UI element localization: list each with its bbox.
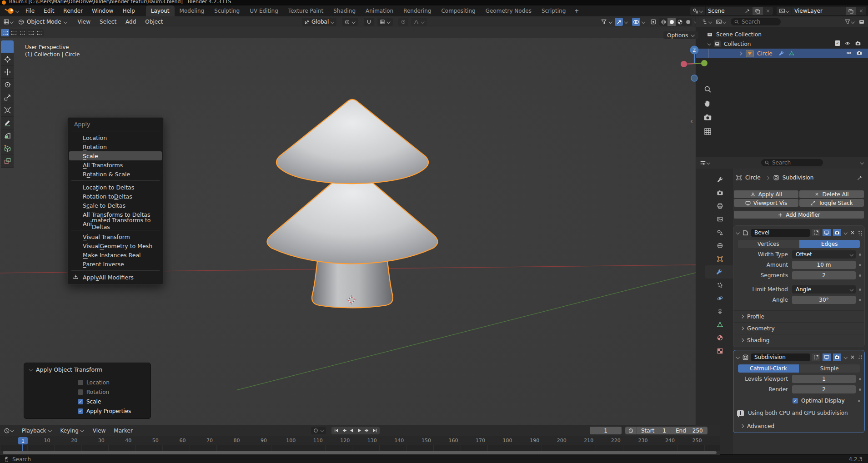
workspace-tab-uv-editing[interactable]: UV Editing (245, 5, 283, 16)
pin-icon[interactable] (857, 175, 863, 181)
workspace-tab-compositing[interactable]: Compositing (436, 5, 480, 16)
collapse-chevron-icon[interactable] (736, 231, 740, 235)
pan-hand-icon[interactable] (703, 99, 712, 108)
pin-icon[interactable] (742, 7, 753, 15)
unlink-scene-button[interactable] (763, 7, 773, 15)
play-button[interactable] (356, 427, 363, 434)
render-display-toggle[interactable] (833, 353, 841, 361)
operator-option-rotation[interactable]: Rotation (78, 387, 151, 397)
workspace-tab-shading[interactable]: Shading (328, 5, 361, 16)
menu-item-animated-transforms-to-deltas[interactable]: Animated Transforms to Deltas (69, 219, 162, 228)
snap-toggle[interactable] (364, 18, 374, 26)
outliner-row-collection[interactable]: Collection ✓ (696, 39, 868, 49)
collection-exclude-checkbox[interactable]: ✓ (835, 40, 840, 46)
properties-tab-tool[interactable] (707, 173, 733, 186)
shading-rendered-button[interactable] (684, 18, 692, 26)
outliner-display-mode-icon[interactable] (716, 19, 722, 25)
bevel-width-type-dropdown[interactable]: Offset (792, 250, 856, 259)
tool-annotate[interactable] (1, 117, 14, 129)
tool-cursor[interactable] (1, 53, 14, 66)
properties-tab-material[interactable] (707, 331, 733, 344)
tool-transform[interactable] (1, 104, 14, 117)
operator-option-scale[interactable]: ✓Scale (78, 397, 151, 406)
properties-tab-render[interactable] (707, 186, 733, 199)
render-display-toggle[interactable] (833, 229, 841, 236)
tool-select-box[interactable] (1, 40, 14, 53)
drag-handle[interactable] (858, 230, 862, 236)
animate-decorator-dot[interactable] (859, 388, 861, 391)
scale-checkbox[interactable]: ✓ (78, 399, 83, 404)
viewport-menu-object[interactable]: Object (140, 19, 167, 25)
outliner-search-input[interactable]: Search (731, 18, 781, 25)
zoom-icon[interactable] (703, 85, 712, 94)
properties-search-input[interactable]: Search (761, 159, 823, 166)
new-viewlayer-button[interactable] (846, 7, 856, 15)
outliner-editor-icon[interactable] (702, 19, 708, 25)
close-icon[interactable] (850, 230, 855, 235)
falloff-dropdown[interactable] (411, 18, 427, 26)
bevel-amount-field[interactable]: 10 m (792, 261, 856, 269)
menu-item-all-transforms[interactable]: All Transforms (69, 160, 162, 169)
modifier-name-field[interactable]: Bevel (751, 229, 810, 237)
breadcrumb-modifier[interactable]: Subdivision (783, 174, 814, 181)
auto-keying-toggle[interactable] (311, 427, 326, 434)
menu-item-parent-inverse[interactable]: Parent Inverse (69, 259, 162, 269)
editor-type-icon[interactable] (3, 19, 10, 25)
subdivision-tab-catmull-clark[interactable]: Catmull-Clark (738, 364, 799, 373)
viewport-vis-button[interactable]: Viewport Vis (734, 199, 798, 207)
viewport-menu-view[interactable]: View (73, 19, 95, 25)
animate-decorator-dot[interactable] (859, 378, 861, 380)
jump-to-start-button[interactable] (332, 427, 340, 434)
select-mode-intersect-button[interactable] (35, 29, 44, 36)
bevel-limit-method-dropdown[interactable]: Angle (792, 285, 856, 294)
workspace-tab-geometry-nodes[interactable]: Geometry Nodes (481, 5, 537, 16)
overlays-chevron-icon[interactable] (641, 20, 645, 24)
outliner-row-circle[interactable]: Circle (696, 49, 868, 58)
object-visibility-dropdown[interactable] (598, 18, 615, 26)
use-preview-range-icon[interactable] (625, 427, 637, 434)
shading-wireframe-button[interactable] (659, 18, 667, 26)
timeline-ruler[interactable]: 1020304050607080901001101201301401501601… (0, 436, 720, 445)
close-icon[interactable] (850, 354, 855, 360)
delete-all-button[interactable]: Delete All (799, 190, 864, 198)
animate-decorator-dot[interactable] (859, 274, 861, 277)
add-modifier-button[interactable]: Add Modifier (734, 211, 864, 219)
bevel-tab-edges[interactable]: Edges (799, 240, 860, 248)
camera-view-icon[interactable] (703, 113, 712, 122)
start-frame-field[interactable]: Start1 (637, 427, 671, 434)
gizmo-chevron-icon[interactable] (624, 20, 628, 24)
properties-tab-texture[interactable] (707, 344, 733, 358)
properties-tab-world[interactable] (707, 239, 733, 252)
next-keyframe-button[interactable] (363, 427, 371, 434)
new-scene-button[interactable] (753, 7, 763, 15)
menu-item-scale[interactable]: Scale (69, 151, 162, 160)
bevel-subpanel-shading[interactable]: Shading (733, 334, 864, 346)
properties-tab-object-data[interactable] (707, 318, 733, 331)
menubar-menu-edit[interactable]: Edit (39, 8, 59, 14)
timeline-editor-chevron-icon[interactable] (10, 428, 14, 433)
select-mode-subtract-button[interactable] (18, 29, 26, 36)
menu-item-apply-all-modifiers[interactable]: Apply All Modifiers (69, 273, 162, 282)
timeline-menu-playback[interactable]: Playback (18, 428, 56, 434)
navigation-gizmo[interactable]: Z (665, 42, 708, 87)
workspace-tab-texture-paint[interactable]: Texture Paint (283, 5, 328, 16)
animate-decorator-dot[interactable] (859, 254, 861, 256)
camera-render-icon[interactable] (856, 50, 863, 56)
mode-dropdown[interactable]: Object Mode (27, 19, 61, 25)
show-gizmo-toggle[interactable] (615, 18, 623, 26)
mode-chevron-icon[interactable] (64, 20, 68, 24)
transform-orientation-dropdown[interactable]: Global (302, 18, 336, 26)
timeline-scrollbar[interactable] (3, 451, 717, 454)
modifier-extras-chevron-icon[interactable] (843, 355, 848, 359)
jump-to-end-button[interactable] (371, 427, 379, 434)
end-frame-field[interactable]: End250 (671, 427, 707, 434)
sidebar-expand-arrow[interactable]: ‹ (690, 117, 693, 125)
outliner-filter-icon[interactable] (844, 19, 851, 25)
viewlayer-type-button[interactable] (777, 7, 792, 15)
location-checkbox[interactable] (78, 380, 83, 385)
properties-editor-icon[interactable] (700, 159, 706, 166)
workspace-tab-layout[interactable]: Layout (146, 5, 175, 16)
collapse-chevron-icon[interactable] (736, 355, 740, 359)
tool-scale[interactable] (1, 91, 14, 104)
operator-option-location[interactable]: Location (78, 378, 151, 387)
